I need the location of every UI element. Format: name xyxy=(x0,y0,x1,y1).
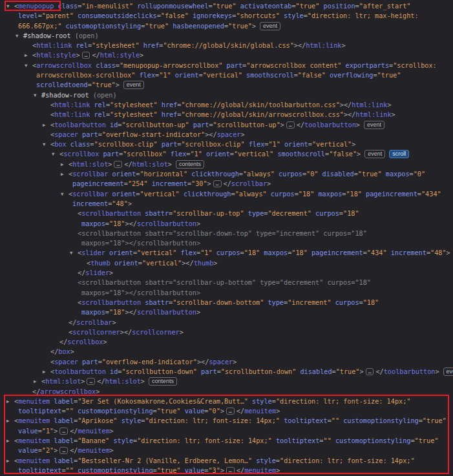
attribute-value[interactable]: "48" xyxy=(112,200,128,207)
attribute-value[interactable]: "direction: ltr; font-size: 14px;" xyxy=(280,457,415,464)
event-badge[interactable]: event xyxy=(123,81,144,89)
attribute-name[interactable]: curpos xyxy=(311,210,339,217)
attribute-name[interactable]: part xyxy=(189,121,209,129)
markup-node-row[interactable]: level="parent" consumeoutsideclicks="fal… xyxy=(0,11,453,21)
attribute-name[interactable]: pageincrement xyxy=(308,249,363,256)
attribute-name[interactable]: customoptionstyling xyxy=(339,417,419,424)
markup-node-row[interactable]: <scrollbarbutton sbattr="scrollbar-down-… xyxy=(0,229,453,238)
attribute-name[interactable]: part xyxy=(78,358,98,366)
attribute-value[interactable]: "vertical" xyxy=(137,249,176,256)
inline-ellipsis-button[interactable]: … xyxy=(87,378,95,385)
attribute-value[interactable]: "18" xyxy=(109,220,125,227)
attribute-value[interactable]: "scrollbutton-up" xyxy=(213,121,280,129)
attribute-value[interactable]: "vertical" xyxy=(203,72,242,79)
attribute-name[interactable]: tooltiptext xyxy=(18,467,61,474)
attribute-value[interactable]: "Aprikose" xyxy=(78,417,117,424)
attribute-name[interactable]: label xyxy=(50,437,74,444)
attribute-name[interactable]: label xyxy=(50,398,74,405)
twisty-collapsed-icon[interactable]: ▶ xyxy=(43,120,50,130)
attribute-name[interactable]: clickthrough xyxy=(187,171,239,178)
attribute-name[interactable]: customoptionstyling xyxy=(74,408,153,415)
attribute-value[interactable]: "scrollbox" xyxy=(123,150,166,158)
attribute-name[interactable]: rolluponmousewheel xyxy=(133,3,209,10)
attribute-name[interactable]: id xyxy=(106,368,118,375)
markup-node-row[interactable]: pageincrement="254" increment="30">…</sc… xyxy=(0,179,453,189)
attribute-name[interactable]: href xyxy=(158,111,178,118)
tag-name[interactable]: spacer xyxy=(54,358,78,366)
attribute-name[interactable]: tooltiptext xyxy=(280,417,328,424)
tag-name[interactable]: scrollbarbutton xyxy=(137,240,196,247)
tag-name[interactable]: html:slot xyxy=(45,378,81,385)
attribute-value[interactable]: "increment" xyxy=(288,299,331,306)
attribute-name[interactable]: customoptionstyling xyxy=(61,23,141,30)
attribute-value[interactable]: "" xyxy=(66,408,74,415)
attribute-value[interactable]: "30" xyxy=(191,180,207,187)
tag-name[interactable]: scrollcorner xyxy=(132,329,180,336)
attribute-name[interactable]: curpos xyxy=(213,249,240,256)
tag-name[interactable]: scrollbox xyxy=(67,338,103,346)
attribute-name[interactable]: hasbeenopened xyxy=(169,23,224,30)
attribute-name[interactable]: value xyxy=(18,447,38,454)
tag-name[interactable]: html:slot xyxy=(105,378,141,385)
inline-ellipsis-button[interactable]: … xyxy=(82,52,90,59)
tag-name[interactable]: html:link xyxy=(36,42,72,49)
markup-node-row[interactable]: ▶<scrollbar orient="horizontal" clickthr… xyxy=(0,169,453,179)
attribute-value[interactable]: "18" xyxy=(343,210,359,217)
tag-name[interactable]: scrollbarbutton xyxy=(81,230,141,237)
markup-node-row[interactable]: ▼<menupopup class="in-menulist" rollupon… xyxy=(0,1,453,11)
event-badge[interactable]: event xyxy=(260,22,280,30)
tag-name[interactable]: toolbarbutton xyxy=(54,121,106,129)
twisty-collapsed-icon[interactable]: ▶ xyxy=(61,160,68,169)
twisty-expanded-icon[interactable]: ▼ xyxy=(61,189,68,199)
attribute-value[interactable]: "1" xyxy=(190,150,202,158)
attribute-name[interactable]: orient xyxy=(111,260,138,267)
tag-name[interactable]: toolbarbutton xyxy=(54,368,106,375)
attribute-value[interactable]: "after_start" xyxy=(359,3,411,10)
attribute-name[interactable]: part xyxy=(222,62,242,69)
attribute-value[interactable]: "18" xyxy=(299,191,315,198)
attribute-value[interactable]: "vertical" xyxy=(312,141,352,148)
tag-name[interactable]: html:link xyxy=(352,101,387,109)
attribute-value[interactable]: "scrollbutton-down" xyxy=(221,368,297,375)
attribute-name[interactable]: sbattr xyxy=(141,210,169,217)
tag-name[interactable]: menuitem xyxy=(18,398,50,405)
attribute-value[interactable]: "direction: ltr; font-size: 14px;" xyxy=(137,437,272,444)
tag-name[interactable]: toolbarbutton xyxy=(304,121,356,129)
markup-node-row[interactable]: maxpos="18"></scrollbarbutton> xyxy=(0,219,453,229)
attribute-value[interactable]: "decrement" xyxy=(268,210,311,217)
attribute-value[interactable]: "direction: ltr; max-height: xyxy=(308,12,419,19)
attribute-name[interactable]: sbattr xyxy=(141,299,169,306)
attribute-name[interactable]: sbattr xyxy=(141,230,169,237)
attribute-value[interactable]: "18" xyxy=(346,191,362,198)
attribute-name[interactable]: type xyxy=(244,210,264,217)
attribute-value[interactable]: "Banane" xyxy=(78,437,109,444)
attribute-name[interactable]: type xyxy=(264,299,284,306)
attribute-value[interactable]: "scrollbox-clip" xyxy=(94,141,158,148)
markup-node-row[interactable]: ▶<menuitem label="Banane" style="directi… xyxy=(0,436,453,446)
attribute-value[interactable]: "increment" xyxy=(276,230,319,237)
attribute-name[interactable]: value xyxy=(181,467,205,474)
attribute-name[interactable]: class xyxy=(54,3,78,10)
tag-name[interactable]: menuitem xyxy=(18,457,50,464)
attribute-name[interactable]: customoptionstyling xyxy=(74,467,153,474)
attribute-value[interactable]: "18" xyxy=(351,230,367,237)
tag-name[interactable]: html:slot xyxy=(72,161,108,168)
attribute-value[interactable]: "scrollbutton-up" xyxy=(121,121,189,129)
inline-ellipsis-button[interactable]: … xyxy=(286,121,295,129)
tag-name[interactable]: scrollbarbutton xyxy=(81,299,141,306)
attribute-name[interactable]: pageincrement xyxy=(362,191,417,198)
markup-node-row[interactable]: tooltiptext="" customoptionstyling="true… xyxy=(0,406,453,416)
attribute-name[interactable]: maxpos xyxy=(314,191,342,198)
attribute-value[interactable]: "decrement" xyxy=(280,279,323,286)
tag-name[interactable]: toolbarbutton xyxy=(384,368,436,375)
tag-name[interactable]: box xyxy=(54,141,66,148)
attribute-name[interactable]: sbattr xyxy=(141,279,169,286)
attribute-value[interactable]: "18" xyxy=(355,279,371,286)
markup-node-row[interactable]: value="1">…</menuitem> xyxy=(0,426,453,436)
markup-node-row[interactable]: <thumb orient="vertical"></thumb> xyxy=(0,258,453,268)
attribute-value[interactable]: "in-menulist" xyxy=(81,3,133,10)
markup-node-row[interactable]: maxpos="18"></scrollbarbutton> xyxy=(0,307,453,317)
attribute-name[interactable]: consumeoutsideclicks xyxy=(74,12,157,19)
twisty-expanded-icon[interactable]: ▼ xyxy=(16,31,23,41)
markup-node-row[interactable]: </scrollbox> xyxy=(0,337,453,347)
